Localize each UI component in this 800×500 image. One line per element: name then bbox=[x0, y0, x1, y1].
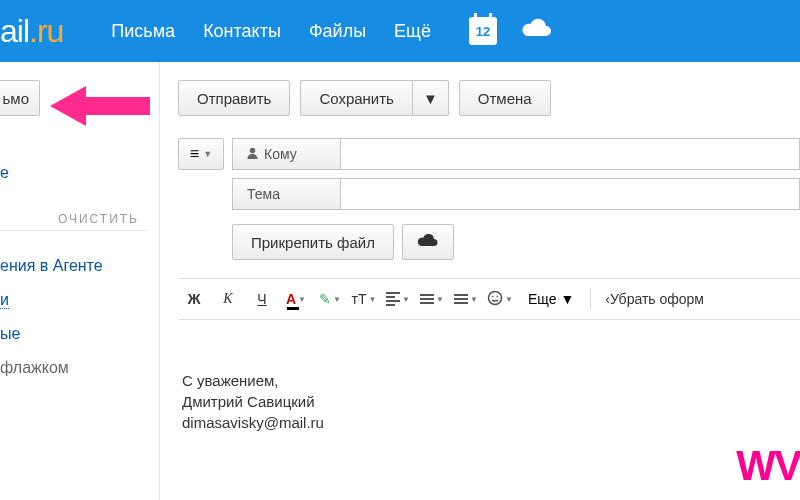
to-row: ≡ ▼ Кому bbox=[178, 138, 800, 170]
to-label[interactable]: Кому bbox=[232, 138, 340, 170]
logo-dot: . bbox=[29, 13, 37, 49]
compose-button[interactable]: ьмо bbox=[0, 80, 40, 116]
logo-text: ail bbox=[0, 13, 29, 49]
ed-font-color[interactable]: А▼ bbox=[280, 285, 312, 313]
ed-bold[interactable]: Ж bbox=[178, 285, 210, 313]
sidebar-link-flag[interactable]: флажком bbox=[0, 351, 147, 385]
attach-button[interactable]: Прикрепить файл bbox=[232, 224, 394, 260]
message-body[interactable]: С уважением, Дмитрий Савицкий dimasavisk… bbox=[178, 320, 800, 433]
attach-cloud-button[interactable] bbox=[402, 224, 454, 260]
subject-label: Тема bbox=[232, 178, 340, 210]
sidebar-link-agent[interactable]: ения в Агенте bbox=[0, 249, 147, 283]
ed-line-height[interactable]: ▼ bbox=[450, 285, 482, 313]
ed-font-color-label: А bbox=[286, 291, 296, 307]
svg-point-2 bbox=[489, 291, 502, 304]
watermark: WV bbox=[736, 442, 800, 490]
ed-more[interactable]: Еще▼ bbox=[518, 291, 584, 307]
save-button[interactable]: Сохранить bbox=[300, 80, 412, 116]
cloud-icon[interactable] bbox=[521, 18, 553, 44]
cloud-small-icon bbox=[417, 234, 439, 251]
cancel-button[interactable]: Отмена bbox=[459, 80, 551, 116]
sidebar-link-3-label: и bbox=[0, 291, 9, 309]
svg-point-4 bbox=[497, 295, 499, 297]
sidebar-link-1[interactable]: е bbox=[0, 156, 147, 190]
align-icon bbox=[386, 290, 400, 308]
subject-row: Тема bbox=[232, 178, 800, 210]
logo-suffix: ru bbox=[37, 13, 63, 49]
to-label-text: Кому bbox=[264, 146, 297, 162]
main: ьмо е ОЧИСТИТЬ ения в Агенте и ые флажко… bbox=[0, 62, 800, 500]
top-nav: Письма Контакты Файлы Ещё bbox=[111, 21, 431, 42]
header-fields: ≡ ▼ Кому Тема bbox=[178, 138, 800, 210]
subject-input[interactable] bbox=[340, 178, 800, 210]
ed-italic[interactable]: К bbox=[212, 285, 244, 313]
ed-font-size-label: тТ bbox=[352, 291, 367, 307]
svg-marker-0 bbox=[50, 86, 150, 126]
calendar-icon[interactable]: 12 bbox=[469, 17, 497, 45]
signature-line1: С уважением, bbox=[182, 370, 800, 391]
header-icons: 12 bbox=[469, 17, 553, 45]
nav-more[interactable]: Ещё bbox=[394, 21, 431, 42]
ed-underline[interactable]: Ч bbox=[246, 285, 278, 313]
editor-toolbar: Ж К Ч А▼ ✎▼ тТ▼ ▼ ▼ ▼ ▼ Еще▼ Убрать офор… bbox=[178, 278, 800, 320]
sidebar-links: е ОЧИСТИТЬ ения в Агенте и ые флажком bbox=[0, 156, 159, 385]
svg-point-3 bbox=[492, 295, 494, 297]
save-dropdown[interactable]: ▼ bbox=[412, 80, 449, 116]
ed-separator bbox=[590, 288, 591, 310]
smile-icon bbox=[487, 290, 503, 309]
tutorial-arrow bbox=[50, 82, 150, 134]
compose-pane: Отправить Сохранить ▼ Отмена ≡ ▼ Кому Те… bbox=[160, 62, 800, 500]
ed-emoji[interactable]: ▼ bbox=[484, 285, 516, 313]
ed-list[interactable]: ▼ bbox=[416, 285, 448, 313]
ed-highlight[interactable]: ✎▼ bbox=[314, 285, 346, 313]
list-icon bbox=[420, 292, 434, 306]
svg-point-1 bbox=[250, 148, 256, 154]
top-header: ail.ru Письма Контакты Файлы Ещё 12 bbox=[0, 0, 800, 62]
ed-font-size[interactable]: тТ▼ bbox=[348, 285, 380, 313]
ed-remove-format[interactable]: Убрать оформ bbox=[597, 291, 712, 307]
ed-align[interactable]: ▼ bbox=[382, 285, 414, 313]
lineheight-icon bbox=[454, 292, 468, 306]
save-split: Сохранить ▼ bbox=[300, 80, 448, 116]
to-input[interactable] bbox=[340, 138, 800, 170]
sidebar: ьмо е ОЧИСТИТЬ ения в Агенте и ые флажко… bbox=[0, 62, 160, 500]
person-icon bbox=[247, 146, 258, 162]
sidebar-clear[interactable]: ОЧИСТИТЬ bbox=[0, 208, 147, 231]
signature-line3: dimasavisky@mail.ru bbox=[182, 412, 800, 433]
compose-toolbar: Отправить Сохранить ▼ Отмена bbox=[178, 80, 800, 116]
options-button[interactable]: ≡ ▼ bbox=[178, 138, 224, 170]
attach-row: Прикрепить файл bbox=[232, 224, 800, 260]
send-button[interactable]: Отправить bbox=[178, 80, 290, 116]
nav-contacts[interactable]: Контакты bbox=[203, 21, 281, 42]
signature-line2: Дмитрий Савицкий bbox=[182, 391, 800, 412]
nav-files[interactable]: Файлы bbox=[309, 21, 366, 42]
sidebar-link-4[interactable]: ые bbox=[0, 317, 147, 351]
nav-mail[interactable]: Письма bbox=[111, 21, 175, 42]
logo[interactable]: ail.ru bbox=[0, 13, 83, 50]
ed-more-label: Еще bbox=[528, 291, 557, 307]
sidebar-link-3[interactable]: и bbox=[0, 283, 147, 317]
